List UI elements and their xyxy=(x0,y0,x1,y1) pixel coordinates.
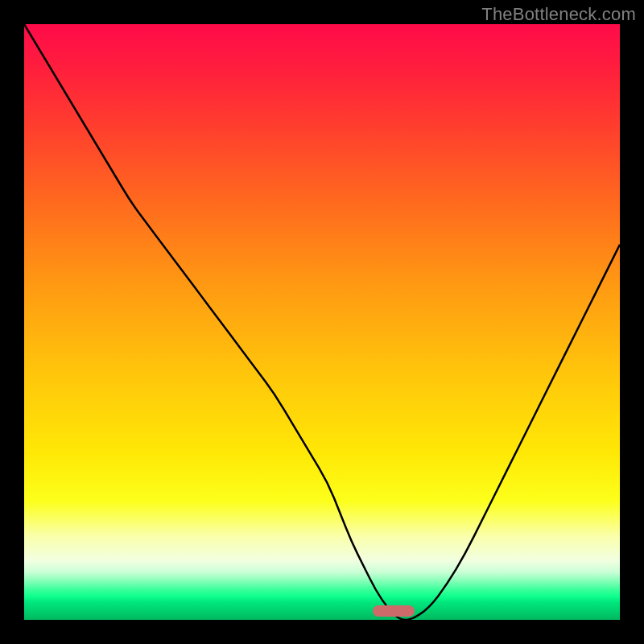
curve-line xyxy=(24,24,620,620)
bottleneck-curve xyxy=(24,24,620,620)
chart-frame: TheBottleneck.com xyxy=(0,0,644,644)
optimal-marker xyxy=(373,605,415,617)
plot-area xyxy=(24,24,620,620)
watermark-text: TheBottleneck.com xyxy=(481,4,636,25)
